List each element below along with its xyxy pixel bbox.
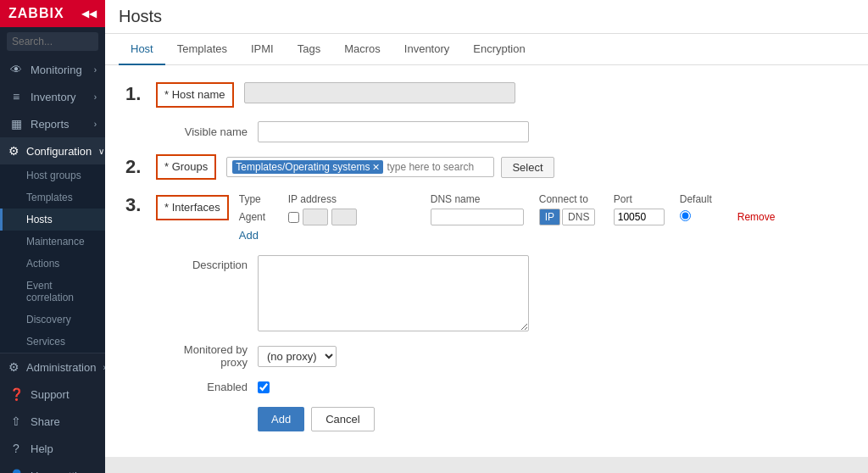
- tab-macros[interactable]: Macros: [332, 34, 392, 65]
- group-tag-text: Templates/Operating systems: [236, 161, 370, 173]
- port-input[interactable]: [614, 209, 665, 225]
- connect-group: IP DNS: [539, 209, 607, 225]
- sidebar-subitem-host-groups[interactable]: Host groups: [0, 164, 105, 186]
- dns-col: [431, 209, 532, 225]
- sidebar-subitem-services[interactable]: Services: [0, 331, 105, 353]
- sidebar-item-label: Support: [31, 388, 70, 401]
- host-form: 1. * Host name Visible name 2. * Groups …: [105, 65, 868, 457]
- connect-dns-btn[interactable]: DNS: [562, 209, 595, 225]
- sidebar: ZABBIX ◀◀ 👁 Monitoring › ≡ Inventory › ▦…: [0, 0, 105, 473]
- connect-ip-btn[interactable]: IP: [539, 209, 560, 225]
- sidebar-subitem-templates[interactable]: Templates: [0, 186, 105, 209]
- col-default-header: Default: [680, 193, 731, 205]
- group-tag: Templates/Operating systems ✕: [232, 160, 383, 174]
- sidebar-item-inventory[interactable]: ≡ Inventory ›: [0, 83, 105, 110]
- description-textarea[interactable]: [258, 255, 529, 331]
- remove-col: Remove: [737, 211, 776, 223]
- admin-icon: ⚙: [8, 360, 19, 374]
- reports-icon: ▦: [8, 117, 24, 131]
- sidebar-item-help[interactable]: ? Help: [0, 435, 105, 462]
- sidebar-item-share[interactable]: ⇧ Share: [0, 408, 105, 435]
- sidebar-item-support[interactable]: ❓ Support: [0, 381, 105, 408]
- sidebar-item-monitoring[interactable]: 👁 Monitoring ›: [0, 56, 105, 83]
- select-button[interactable]: Select: [501, 157, 554, 178]
- col-ip-header: IP address: [288, 193, 424, 205]
- step-3-interfaces: 3. * Interfaces Type IP address DNS name…: [125, 193, 848, 242]
- description-label: Description: [156, 255, 258, 271]
- step-2-number: 2.: [125, 155, 147, 179]
- add-button[interactable]: Add: [258, 407, 304, 431]
- tab-templates[interactable]: Templates: [165, 34, 239, 65]
- group-search-input[interactable]: [387, 161, 488, 173]
- proxy-select[interactable]: (no proxy): [258, 346, 337, 367]
- sidebar-logo: ZABBIX ◀◀: [0, 0, 105, 27]
- sidebar-subitem-event-correlation[interactable]: Event correlation: [0, 275, 105, 309]
- collapse-icons[interactable]: ◀◀: [81, 8, 97, 19]
- enabled-label: Enabled: [156, 381, 258, 393]
- agent-type-label: Agent: [239, 211, 281, 223]
- sidebar-item-user-settings[interactable]: 👤 User settings: [0, 462, 105, 473]
- group-tag-remove[interactable]: ✕: [372, 162, 380, 173]
- visible-name-label: Visible name: [156, 125, 258, 138]
- sidebar-search-container: [0, 27, 105, 56]
- sidebar-item-label: Administration: [26, 361, 96, 374]
- sidebar-item-label: User settings: [31, 470, 95, 474]
- host-name-input[interactable]: [244, 82, 515, 103]
- step-1-host-name: 1. * Host name: [125, 82, 848, 108]
- visible-name-input[interactable]: [258, 121, 529, 142]
- config-icon: ⚙: [8, 144, 19, 158]
- default-radio[interactable]: [680, 210, 691, 221]
- monitoring-icon: 👁: [8, 63, 24, 76]
- chevron-icon: ›: [94, 92, 97, 102]
- config-subitems: Host groups Templates Hosts Maintenance …: [0, 164, 105, 353]
- sidebar-item-administration[interactable]: ⚙ Administration ›: [0, 353, 105, 381]
- sidebar-subitem-discovery[interactable]: Discovery: [0, 309, 105, 331]
- remove-link[interactable]: Remove: [737, 211, 776, 223]
- sidebar-item-reports[interactable]: ▦ Reports ›: [0, 110, 105, 137]
- sidebar-item-configuration[interactable]: ⚙ Configuration ∨: [0, 137, 105, 164]
- sidebar-main-nav: 👁 Monitoring › ≡ Inventory › ▦ Reports ›…: [0, 56, 105, 353]
- interfaces-header: Type IP address DNS name Connect to Port…: [239, 193, 776, 205]
- col-type-header: Type: [239, 193, 281, 205]
- interfaces-label: * Interfaces: [156, 195, 229, 220]
- dns-input[interactable]: [431, 209, 524, 225]
- groups-tags-box[interactable]: Templates/Operating systems ✕: [226, 157, 494, 177]
- add-interface-link[interactable]: Add: [239, 229, 776, 242]
- enabled-checkbox[interactable]: [258, 381, 270, 393]
- chevron-icon: ›: [94, 65, 97, 75]
- logo-text: ZABBIX: [8, 6, 64, 21]
- share-icon: ⇧: [8, 415, 24, 428]
- interfaces-table: Type IP address DNS name Connect to Port…: [239, 193, 776, 242]
- sidebar-item-label: Monitoring: [31, 64, 82, 76]
- col-dns-header: DNS name: [431, 193, 532, 205]
- tab-encryption[interactable]: Encryption: [461, 34, 537, 65]
- step-1-number: 1.: [125, 82, 147, 106]
- gray-area: [105, 457, 868, 473]
- col-port-header: Port: [614, 193, 673, 205]
- ip-segment-1[interactable]: [303, 209, 328, 225]
- sidebar-subitem-hosts[interactable]: Hosts: [0, 209, 105, 231]
- form-buttons: Add Cancel: [258, 407, 848, 431]
- sidebar-item-label: Inventory: [31, 91, 75, 103]
- port-col: [614, 209, 673, 225]
- tab-inventory[interactable]: Inventory: [392, 34, 461, 65]
- step-3-number: 3.: [125, 193, 147, 217]
- ip-checkbox[interactable]: [288, 212, 299, 223]
- inventory-icon: ≡: [8, 90, 24, 103]
- user-icon: 👤: [8, 469, 24, 473]
- support-icon: ❓: [8, 387, 24, 401]
- cancel-button[interactable]: Cancel: [311, 407, 374, 431]
- sidebar-subitem-actions[interactable]: Actions: [0, 253, 105, 275]
- default-col: [680, 210, 731, 224]
- tab-ipmi[interactable]: IPMI: [239, 34, 286, 65]
- enabled-row: Enabled: [156, 381, 848, 393]
- sidebar-subitem-maintenance[interactable]: Maintenance: [0, 231, 105, 253]
- ip-segment-2[interactable]: [331, 209, 357, 225]
- interfaces-row: Agent IP DNS: [239, 209, 776, 225]
- proxy-label: Monitored by proxy: [156, 343, 258, 369]
- sidebar-search-input[interactable]: [7, 32, 98, 51]
- main-content: Hosts Host Templates IPMI Tags Macros In…: [105, 0, 868, 473]
- tab-host[interactable]: Host: [119, 34, 165, 65]
- ip-field-group: [288, 209, 424, 225]
- tab-tags[interactable]: Tags: [286, 34, 332, 65]
